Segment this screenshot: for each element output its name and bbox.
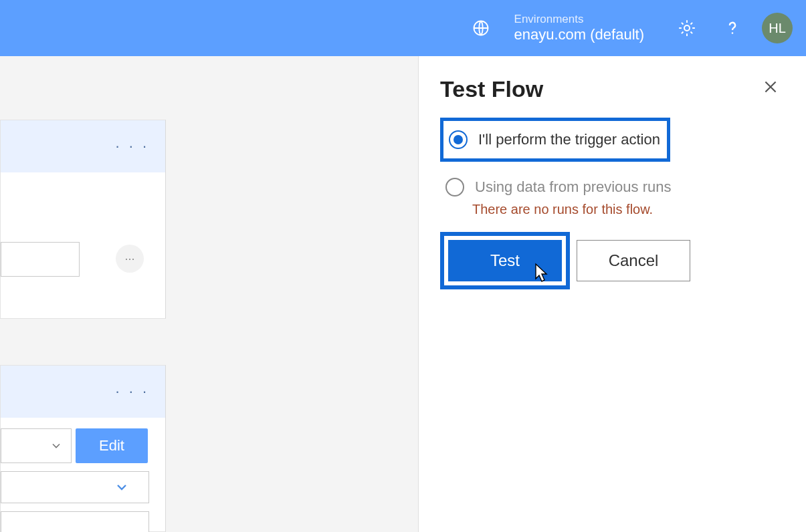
avatar[interactable]: HL <box>762 13 793 43</box>
env-name: enayu.com (default) <box>514 26 644 43</box>
card-2-header[interactable]: · · · <box>1 366 165 418</box>
test-button[interactable]: Test <box>448 240 562 281</box>
card-2-field[interactable] <box>1 511 149 532</box>
gear-icon[interactable] <box>676 17 698 39</box>
svg-point-2 <box>732 32 734 34</box>
help-icon[interactable] <box>722 17 743 39</box>
app-header: Environments enayu.com (default) HL <box>0 0 806 56</box>
card-1-header[interactable]: · · · <box>1 120 165 172</box>
test-button-label: Test <box>490 251 520 270</box>
card-1-more-button[interactable]: ··· <box>116 245 144 273</box>
card-2-expand-row[interactable] <box>1 471 149 503</box>
panel-title: Test Flow <box>440 76 543 102</box>
globe-icon <box>470 17 492 39</box>
chevron-down-icon <box>49 439 63 452</box>
environment-selector[interactable]: Environments enayu.com (default) <box>458 13 644 44</box>
avatar-initials: HL <box>769 21 786 36</box>
radio-checked-icon <box>449 130 468 149</box>
flow-step-card-2[interactable]: · · · Edit <box>0 365 166 532</box>
card-2-dropdown[interactable] <box>1 428 72 463</box>
radio-option-trigger[interactable]: I'll perform the trigger action <box>440 118 670 162</box>
test-button-highlight: Test <box>440 232 570 289</box>
svg-point-1 <box>684 25 690 31</box>
chevron-down-icon <box>114 479 130 495</box>
radio-option-previous: Using data from previous runs <box>440 171 785 203</box>
ellipsis-icon[interactable]: · · · <box>115 138 149 155</box>
test-flow-panel: Test Flow I'll perform the trigger actio… <box>418 56 806 532</box>
flow-step-card-1[interactable]: · · · ··· <box>0 120 166 319</box>
radio-option-previous-label: Using data from previous runs <box>475 178 671 196</box>
radio-option-trigger-label: I'll perform the trigger action <box>478 131 660 148</box>
cancel-button-label: Cancel <box>609 251 659 270</box>
edit-button-label: Edit <box>99 437 124 454</box>
close-icon[interactable] <box>757 75 785 103</box>
no-runs-warning: There are no runs for this flow. <box>472 202 785 217</box>
radio-unchecked-icon <box>445 178 464 196</box>
more-icon: ··· <box>124 252 134 266</box>
edit-button[interactable]: Edit <box>76 428 148 463</box>
env-label: Environments <box>514 13 644 26</box>
card-1-field[interactable] <box>1 242 80 277</box>
ellipsis-icon[interactable]: · · · <box>115 383 149 400</box>
cancel-button[interactable]: Cancel <box>577 240 690 281</box>
